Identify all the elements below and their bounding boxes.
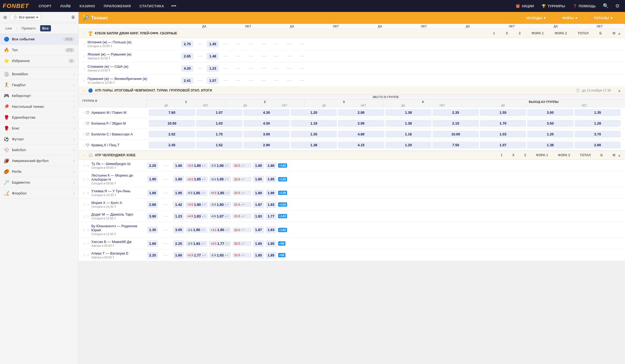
filter-icon[interactable]: ⚙ [3, 15, 7, 20]
fora1-cell[interactable]: +4.5 1.83 ▲▼ [186, 213, 208, 219]
odd-b[interactable]: 1.90 [253, 162, 264, 169]
odd-2win[interactable]: 1.95 [173, 190, 184, 196]
tournament1-star[interactable]: ☆ [82, 31, 86, 35]
match-name[interactable]: Бопанна Р / Эбден М [91, 121, 148, 125]
match-name[interactable]: Япония (ж) — Румыния (ж) [88, 52, 180, 56]
tab-live[interactable]: Live [3, 25, 14, 31]
odd-g2-5[interactable]: 2.95 [338, 120, 384, 127]
odd-g3-8[interactable]: 1.03 [480, 131, 526, 138]
fora2-cell[interactable]: +0.5 1.85 ▲▼ [209, 190, 231, 196]
sidebar-item-handball[interactable]: 🤾 Гандбол › [0, 80, 78, 90]
info-icon[interactable]: ℹ [109, 56, 110, 60]
info-icon[interactable]: ℹ [109, 69, 110, 72]
odd-g2-3[interactable]: 4.50 [243, 120, 290, 127]
odd-b[interactable]: 1.85 [253, 252, 264, 259]
odd-m[interactable]: 1.83 [266, 201, 276, 208]
odd-1win[interactable]: 1.95 [147, 176, 158, 183]
odd-g2-1[interactable]: 10.50 [149, 120, 195, 127]
odd-2win[interactable]: 1.42 [173, 201, 184, 208]
monitor-icon[interactable]: 🖥 [71, 15, 75, 20]
odd-1win[interactable]: 1.60 [147, 240, 158, 247]
odd-1[interactable]: 4.20 [181, 65, 193, 72]
fora2-cell[interactable]: -0.5 1.85 ▲▼ [209, 176, 231, 182]
nav-tournaments[interactable]: 🏆 ТУРНИРЫ [538, 0, 568, 12]
match-star[interactable]: ☆ [82, 66, 86, 70]
info-icon[interactable]: ℹ [115, 216, 116, 220]
logo[interactable]: FONBET [3, 2, 29, 9]
odd-g2-6[interactable]: 1.38 [385, 120, 432, 127]
odd-b[interactable]: 1.85 [253, 240, 264, 247]
match-name[interactable]: Лестьенн К — Морено де Альборан Н [91, 173, 146, 181]
odd-g3-7[interactable]: 10.00 [433, 131, 479, 138]
match-star[interactable]: ☆ [82, 143, 86, 147]
odd-g1-8[interactable]: 1.55 [480, 109, 526, 116]
sidebar-item-boxing[interactable]: 🥊 Бокс › [0, 123, 78, 134]
odd-m[interactable]: 1.80 [266, 162, 276, 169]
total-cell[interactable]: 22.5 ▲▼ [233, 190, 252, 195]
odd-m[interactable]: 1.90 [266, 190, 276, 196]
expand-icon[interactable]: › [88, 214, 89, 218]
info-icon[interactable]: ℹ [115, 232, 116, 236]
sidebar-item-tabletennis[interactable]: 🏓 Настольный теннис › [0, 101, 78, 112]
nav-more[interactable]: ••• [169, 3, 179, 9]
nav-apps[interactable]: ПРИЛОЖЕНИЯ [99, 0, 135, 12]
tournament2-header[interactable]: ☆ 🔵 АТР. ПАРЫ. ИТОГОВЫЙ ЧЕМПИОНАТ. ТУРИН… [79, 87, 625, 95]
fora1-cell[interactable]: -0.5 1.85 ▲▼ [186, 190, 207, 196]
tournament2-collapse[interactable]: ▲ [617, 88, 621, 93]
nav-sport[interactable]: СПОРТ [34, 0, 56, 12]
odd-2win[interactable]: 1.60 [173, 252, 184, 259]
match-star[interactable]: ☆ [82, 214, 86, 218]
tab-all[interactable]: Все [40, 25, 51, 31]
odd-g1-1[interactable]: 7.60 [149, 109, 195, 116]
fora2-cell[interactable]: -2.5 1.93 ▲▼ [209, 252, 231, 258]
odd-g2-2[interactable]: 1.03 [196, 120, 243, 127]
total-cell[interactable]: 21.5 ▲▼ [233, 214, 252, 219]
odd-g1-4[interactable]: 1.20 [291, 109, 337, 116]
odd-g3-4[interactable]: 1.35 [291, 131, 337, 138]
match-name[interactable]: Утияма Я — У Тун-Линь [91, 189, 146, 193]
match-name[interactable]: Додиг М — Даниэль Таро [91, 212, 146, 216]
total-cell[interactable]: 22.5 ▲▼ [233, 227, 252, 232]
match-star[interactable]: ☆ [82, 78, 86, 83]
tournament1-collapse[interactable]: ▲ [617, 31, 621, 35]
fora1-cell[interactable]: +2.5 1.77 ▲▼ [186, 252, 208, 258]
expand-icon[interactable]: › [88, 242, 89, 245]
match-star[interactable]: ☆ [82, 42, 86, 46]
odd-3[interactable]: 1.57 [207, 77, 219, 84]
sidebar-item-esports[interactable]: 🎮 Киберспорт › [0, 90, 78, 101]
match-star[interactable]: ☆ [82, 132, 86, 136]
odd-1win[interactable]: 2.25 [147, 252, 158, 259]
nav-casino[interactable]: КАЗИНО [75, 0, 99, 12]
odd-g4-1[interactable]: 2.45 [149, 142, 195, 148]
odd-g2-4[interactable]: 1.18 [291, 120, 337, 127]
match-name[interactable]: Кравиц К / Пюц Т [91, 143, 148, 147]
odd-m[interactable]: 1.77 [266, 213, 276, 220]
info-icon[interactable]: ℹ [113, 255, 114, 259]
expand-icon[interactable]: › [88, 228, 89, 232]
fora2-cell[interactable]: +2.5 1.77 ▲▼ [209, 241, 231, 246]
odd-g1-10[interactable]: 1.35 [575, 109, 621, 116]
odd-g3-10[interactable]: 3.70 [575, 131, 621, 138]
match-star[interactable]: ☆ [82, 253, 86, 257]
total-cell[interactable]: 22.5 ▲▼ [233, 241, 252, 246]
expand-icon[interactable]: › [88, 164, 89, 167]
sidebar-item-all-events[interactable]: 🔵 Все события 3826 [0, 34, 78, 45]
handicap-section[interactable]: ФОРЫ ▾ [554, 16, 586, 20]
odd-g4-2[interactable]: 1.52 [196, 142, 243, 148]
odd-g4-5[interactable]: 4.15 [338, 142, 384, 148]
match-name[interactable]: Словакия (ж) — США (ж) [88, 64, 180, 69]
tournament1-row[interactable]: ☆ 🏆 КУБОК БИЛЛИ ДЖИН КИНГ. ПЛЕЙ-ОФФ. СБО… [79, 29, 625, 38]
settings-button[interactable]: ⚙ [613, 3, 622, 9]
expand-icon[interactable]: › [88, 177, 89, 181]
odd-1[interactable]: 2.65 [181, 53, 193, 60]
sidebar-item-futsal[interactable]: ⚽ Футзал › [0, 134, 78, 145]
odd-g3-2[interactable]: 1.75 [196, 131, 243, 138]
match-star[interactable]: ☆ [82, 110, 86, 115]
odd-2win[interactable]: 2.25 [173, 240, 184, 247]
fora2-cell[interactable]: -3.5 1.80 ▲▼ [209, 202, 231, 207]
sidebar-item-favorites[interactable]: ⭐ Избранное 0 [0, 56, 78, 66]
sidebar-item-american-football[interactable]: 🏈 Американский футбол › [0, 155, 78, 166]
fora1-cell[interactable]: +2.5 1.80 ▲▼ [186, 163, 208, 168]
sidebar-item-baseball[interactable]: ⚾ Бейсбол › [0, 145, 78, 155]
fora1-cell[interactable]: +0.5 1.85 ▲▼ [186, 176, 208, 182]
